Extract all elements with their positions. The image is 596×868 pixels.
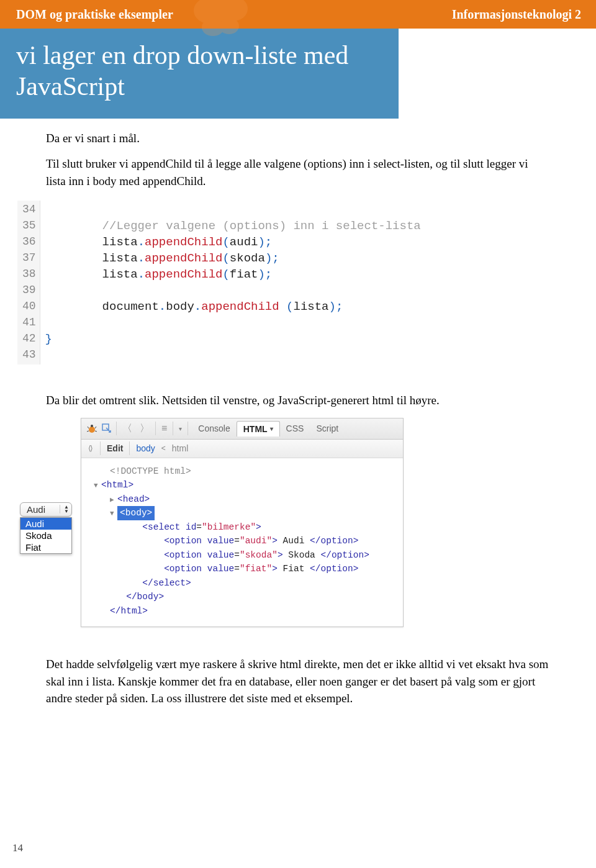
firebug-tabs: Console HTML CSS Script: [192, 421, 345, 436]
edit-button[interactable]: Edit: [107, 443, 123, 453]
code-block-append: 34353637383940414243 //Legger valgene (o…: [17, 201, 503, 364]
content-area-3: Det hadde selvfølgelig vært mye raskere …: [0, 627, 596, 707]
dropdown-list: AudiSkodaFiat: [20, 517, 72, 554]
tab-script[interactable]: Script: [310, 421, 345, 436]
dropdown-option[interactable]: Fiat: [20, 541, 71, 553]
para-3: Da blir det omtrent slik. Nettsiden til …: [46, 392, 550, 409]
content-area: Da er vi snart i mål. Til slutt bruker v…: [0, 119, 596, 190]
para-2: Til slutt bruker vi appendChild til å le…: [46, 155, 550, 189]
dropdown-mock: Audi ▲▼ AudiSkodaFiat: [20, 502, 72, 554]
para-1: Da er vi snart i mål.: [46, 130, 550, 147]
nav-back-icon[interactable]: 〈: [120, 422, 134, 435]
breadcrumb-body[interactable]: body: [136, 443, 155, 453]
page-title: vi lager en drop down-liste med JavaScri…: [0, 29, 399, 119]
firebug-toolbar: 〈 〉 ≡ ▾ Console HTML CSS Script: [81, 418, 403, 440]
header-right: Informasjonsteknologi 2: [452, 7, 581, 22]
dropdown-option[interactable]: Audi: [20, 518, 71, 530]
subbar-marker-icon[interactable]: ⟨⟩: [86, 444, 94, 453]
inspector-row: Audi ▲▼ AudiSkodaFiat 〈 〉 ≡ ▾ Console: [46, 418, 596, 627]
firebug-html-tree: <!DOCTYPE html>▼<html> ▶<head> ▼<body> <…: [81, 458, 403, 626]
dropdown-selected: Audi: [27, 504, 45, 515]
chevron-down-icon[interactable]: ▾: [177, 425, 184, 432]
svg-point-5: [91, 425, 93, 427]
dropdown-option[interactable]: Skoda: [20, 530, 71, 541]
header-left: DOM og praktiske eksempler: [16, 7, 173, 22]
butterfly-deco: [189, 0, 251, 38]
inspect-icon[interactable]: [101, 423, 112, 434]
menu-lines-icon[interactable]: ≡: [160, 423, 169, 434]
tab-css[interactable]: CSS: [280, 421, 310, 436]
svg-point-3: [219, 18, 239, 34]
content-area-2: Da blir det omtrent slik. Nettsiden til …: [0, 381, 596, 409]
firebug-panel: 〈 〉 ≡ ▾ Console HTML CSS Script ⟨⟩ Edit …: [81, 418, 404, 627]
stepper-arrows-icon: ▲▼: [60, 505, 69, 513]
nav-fwd-icon[interactable]: 〉: [138, 422, 151, 435]
para-4: Det hadde selvfølgelig vært mye raskere …: [46, 656, 550, 707]
tab-console[interactable]: Console: [192, 421, 236, 436]
breadcrumb-html[interactable]: html: [172, 443, 188, 453]
header-banner: DOM og praktiske eksempler Informasjonst…: [0, 0, 596, 29]
dropdown-button[interactable]: Audi ▲▼: [20, 502, 72, 517]
code-gutter: 34353637383940414243: [17, 201, 40, 364]
tab-html[interactable]: HTML: [237, 421, 280, 436]
firebug-subbar: ⟨⟩ Edit body < html: [81, 440, 403, 458]
svg-point-4: [89, 427, 95, 433]
code-lines: //Legger valgene (options) inn i select-…: [40, 201, 425, 364]
page-number: 14: [12, 842, 23, 854]
firebug-bug-icon[interactable]: [86, 423, 97, 434]
